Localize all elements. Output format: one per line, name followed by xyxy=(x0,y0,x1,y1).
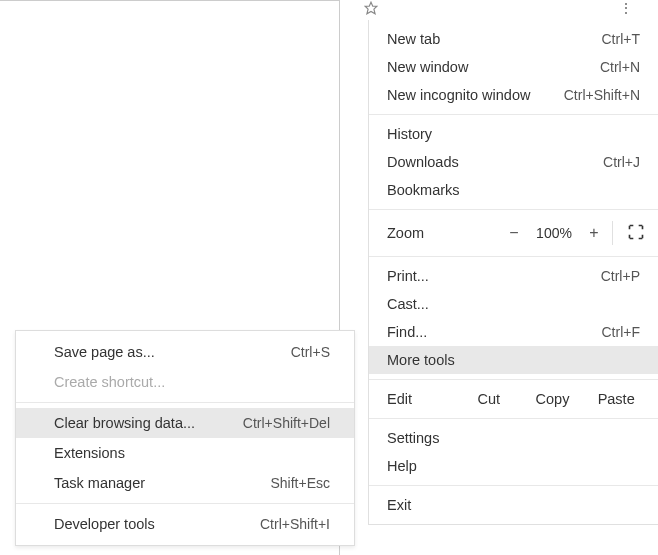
submenu-extensions[interactable]: Extensions xyxy=(16,438,354,468)
menu-new-incognito[interactable]: New incognito window Ctrl+Shift+N xyxy=(369,81,658,109)
edit-paste[interactable]: Paste xyxy=(584,391,648,407)
shortcut-text: Ctrl+Shift+Del xyxy=(243,415,330,431)
menu-label: Cast... xyxy=(387,296,429,312)
menu-label: New window xyxy=(387,59,468,75)
zoom-out-button[interactable]: − xyxy=(496,224,532,242)
submenu-developer-tools[interactable]: Developer tools Ctrl+Shift+I xyxy=(16,509,354,539)
menu-new-tab[interactable]: New tab Ctrl+T xyxy=(369,25,658,53)
menu-label: Downloads xyxy=(387,154,459,170)
shortcut-text: Shift+Esc xyxy=(270,475,330,491)
menu-cast[interactable]: Cast... xyxy=(369,290,658,318)
menu-more-tools[interactable]: More tools xyxy=(369,346,658,374)
divider xyxy=(16,503,354,504)
menu-label: Find... xyxy=(387,324,427,340)
menu-settings[interactable]: Settings xyxy=(369,424,658,452)
menu-edit: Edit Cut Copy Paste xyxy=(369,385,658,413)
edit-cut[interactable]: Cut xyxy=(457,391,521,407)
menu-label: New incognito window xyxy=(387,87,530,103)
menu-downloads[interactable]: Downloads Ctrl+J xyxy=(369,148,658,176)
shortcut-text: Ctrl+Shift+I xyxy=(260,516,330,532)
submenu-label: Save page as... xyxy=(54,344,155,360)
star-icon[interactable] xyxy=(364,1,378,15)
edit-copy[interactable]: Copy xyxy=(521,391,585,407)
menu-bookmarks[interactable]: Bookmarks xyxy=(369,176,658,204)
menu-print[interactable]: Print... Ctrl+P xyxy=(369,262,658,290)
menu-label: New tab xyxy=(387,31,440,47)
submenu-clear-browsing-data[interactable]: Clear browsing data... Ctrl+Shift+Del xyxy=(16,408,354,438)
zoom-percent: 100% xyxy=(532,225,576,241)
submenu-label: Clear browsing data... xyxy=(54,415,195,431)
fullscreen-button[interactable]: ⛶ xyxy=(612,221,658,245)
submenu-create-shortcut: Create shortcut... xyxy=(16,367,354,397)
zoom-label: Zoom xyxy=(387,225,496,241)
submenu-save-page[interactable]: Save page as... Ctrl+S xyxy=(16,337,354,367)
kebab-menu-icon[interactable]: ⋮ xyxy=(619,0,634,16)
toolbar-icons xyxy=(364,0,378,16)
menu-label: More tools xyxy=(387,352,455,368)
menu-zoom: Zoom − 100% + ⛶ xyxy=(369,215,658,251)
shortcut-text: Ctrl+N xyxy=(600,59,640,75)
shortcut-text: Ctrl+T xyxy=(602,31,641,47)
menu-label: History xyxy=(387,126,432,142)
menu-history[interactable]: History xyxy=(369,120,658,148)
divider xyxy=(16,402,354,403)
menu-label: Help xyxy=(387,458,417,474)
menu-label: Exit xyxy=(387,497,411,513)
submenu-label: Task manager xyxy=(54,475,145,491)
menu-label: Settings xyxy=(387,430,439,446)
zoom-in-button[interactable]: + xyxy=(576,224,612,242)
shortcut-text: Ctrl+Shift+N xyxy=(564,87,640,103)
shortcut-text: Ctrl+J xyxy=(603,154,640,170)
menu-label: Print... xyxy=(387,268,429,284)
submenu-label: Extensions xyxy=(54,445,125,461)
fullscreen-icon: ⛶ xyxy=(628,224,643,242)
menu-find[interactable]: Find... Ctrl+F xyxy=(369,318,658,346)
more-tools-submenu: Save page as... Ctrl+S Create shortcut..… xyxy=(15,330,355,546)
submenu-task-manager[interactable]: Task manager Shift+Esc xyxy=(16,468,354,498)
main-menu: New tab Ctrl+T New window Ctrl+N New inc… xyxy=(368,20,658,525)
svg-marker-0 xyxy=(365,2,377,14)
menu-label: Bookmarks xyxy=(387,182,460,198)
submenu-label: Create shortcut... xyxy=(54,374,165,390)
shortcut-text: Ctrl+F xyxy=(602,324,641,340)
menu-new-window[interactable]: New window Ctrl+N xyxy=(369,53,658,81)
edit-label: Edit xyxy=(387,391,457,407)
shortcut-text: Ctrl+P xyxy=(601,268,640,284)
submenu-label: Developer tools xyxy=(54,516,155,532)
menu-exit[interactable]: Exit xyxy=(369,491,658,519)
menu-help[interactable]: Help xyxy=(369,452,658,480)
shortcut-text: Ctrl+S xyxy=(291,344,330,360)
